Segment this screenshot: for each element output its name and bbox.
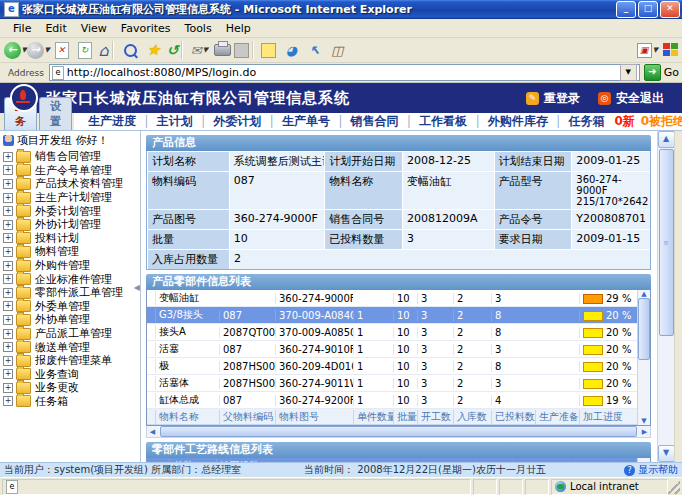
field-value: 3	[402, 230, 494, 249]
sidebar-item-19[interactable]: +任务箱	[0, 395, 140, 409]
scroll-up-icon[interactable]: ▲	[639, 290, 650, 298]
home-button[interactable]: ⌂	[96, 40, 119, 61]
favorites-button[interactable]: ★	[142, 40, 165, 61]
dropdown-icon[interactable]: ▼	[203, 46, 208, 54]
expand-plus-icon[interactable]: +	[3, 220, 13, 230]
menu-help[interactable]: Help	[219, 22, 258, 35]
expand-plus-icon[interactable]: +	[3, 179, 13, 189]
expand-plus-icon[interactable]: +	[3, 342, 13, 352]
expand-plus-icon[interactable]: +	[3, 206, 13, 216]
expand-plus-icon[interactable]: +	[3, 261, 13, 271]
maximize-button[interactable]: □	[638, 1, 658, 18]
nav-item-6[interactable]: 工作看板	[415, 113, 471, 130]
expand-plus-icon[interactable]: +	[3, 383, 13, 393]
parts-vertical-scrollbar[interactable]: ▲ ▼	[637, 290, 650, 425]
nav-item-3[interactable]: 外委计划	[209, 113, 265, 130]
refresh-button[interactable]: ↻	[73, 40, 96, 61]
cell: 2	[453, 344, 491, 355]
expand-plus-icon[interactable]: +	[3, 329, 13, 339]
cell: 370-009-A0840	[275, 310, 353, 321]
scroll-thumb[interactable]	[638, 298, 650, 360]
nav-item-5[interactable]: 销售合同	[347, 113, 403, 130]
nav-item-8[interactable]: 任务箱	[564, 113, 608, 130]
parts-row-6[interactable]: 活塞体2087HS002360-274-9011W11032320 %	[147, 375, 638, 392]
notes-button[interactable]	[257, 40, 280, 61]
cell: 3	[417, 361, 453, 372]
nav-item-2[interactable]: 主计划	[153, 113, 197, 130]
address-url[interactable]: http://localhost:8080/MPS/login.do	[67, 66, 620, 79]
show-help-link[interactable]: ? 显示帮助	[624, 463, 678, 477]
edit-icon	[234, 43, 249, 58]
tab-设置[interactable]: 设置	[39, 97, 72, 130]
pdf-button[interactable]: ▣▼	[636, 40, 659, 61]
parts-horizontal-scrollbar[interactable]: ◀ ▶	[146, 426, 651, 438]
messenger-button[interactable]: ◕	[280, 40, 303, 61]
back-button[interactable]: ←▼	[4, 40, 27, 61]
expand-plus-icon[interactable]: +	[3, 233, 13, 243]
menu-favorites[interactable]: Favorites	[114, 22, 178, 35]
scroll-up-icon[interactable]: ▲	[658, 131, 675, 148]
expand-plus-icon[interactable]: +	[3, 369, 13, 379]
scroll-down-icon[interactable]: ▼	[658, 445, 675, 462]
parts-row-3[interactable]: 接头A2087QT002370-009-A085011032820 %	[147, 324, 638, 341]
close-button[interactable]: ✕	[660, 1, 680, 18]
scroll-down-icon[interactable]: ▼	[639, 417, 650, 425]
search-button[interactable]	[119, 40, 142, 61]
expand-plus-icon[interactable]: +	[3, 247, 13, 257]
expand-plus-icon[interactable]: +	[3, 165, 13, 175]
header-cell-物料图号: 物料图号	[275, 410, 353, 424]
go-button[interactable]: ➜ Go	[644, 64, 679, 81]
nav-item-7[interactable]: 外购件库存	[484, 113, 552, 130]
menu-file[interactable]: File	[6, 22, 38, 35]
print-button[interactable]	[211, 40, 234, 61]
page-vertical-scrollbar[interactable]: ▲ ≡ ▼	[657, 131, 674, 462]
nav-item-1[interactable]: 生产进度	[84, 113, 140, 130]
parts-row-2[interactable]: G3/8接头087370-009-A084011032820 %	[147, 307, 638, 324]
stop-button[interactable]: ✕	[50, 40, 73, 61]
parts-row-7[interactable]: 缸体总成087360-274-9200F11032419 %	[147, 392, 638, 409]
parts-row-4[interactable]: 活塞087360-274-9010F11032320 %	[147, 341, 638, 358]
menu-tools[interactable]: Tools	[178, 22, 219, 35]
pointer-button[interactable]: ↖	[303, 40, 326, 61]
go-arrow-icon: ➜	[644, 64, 661, 81]
sidebar-collapse-icon[interactable]: ◀	[134, 283, 140, 292]
field-value: 2008-12-25	[402, 152, 494, 171]
expand-plus-icon[interactable]: +	[3, 193, 13, 203]
cell: 360-209-4D010	[275, 361, 353, 372]
expand-plus-icon[interactable]: +	[3, 301, 13, 311]
research-button[interactable]: ◫	[326, 40, 349, 61]
cell: 4	[491, 395, 535, 406]
parts-row-5[interactable]: 极2087HS002360-209-4D01011032820 %	[147, 358, 638, 375]
folder-icon	[16, 246, 31, 258]
scroll-right-icon[interactable]: ▶	[639, 428, 650, 436]
dropdown-icon[interactable]: ▼	[653, 46, 658, 54]
forward-button[interactable]: →▼	[27, 40, 50, 61]
logout-button[interactable]: ◎ 安全退出	[598, 90, 664, 107]
expand-plus-icon[interactable]: +	[3, 396, 13, 406]
address-dropdown-icon[interactable]: ▼	[620, 64, 637, 81]
route-row-1[interactable]: 1总装按图组装10205300	[147, 458, 638, 462]
scroll-left-icon[interactable]: ◀	[147, 428, 158, 436]
nav-item-4[interactable]: 生产单号	[278, 113, 334, 130]
menu-edit[interactable]: Edit	[38, 22, 73, 35]
field-label: 产品型号	[494, 172, 572, 209]
field-value: 087	[229, 172, 325, 209]
menu-view[interactable]: View	[74, 22, 114, 35]
minimize-button[interactable]: _	[616, 1, 636, 18]
mail-button[interactable]: ✉▼	[188, 40, 211, 61]
expand-plus-icon[interactable]: +	[3, 274, 13, 284]
expand-plus-icon[interactable]: +	[3, 356, 13, 366]
parts-row-1[interactable]: 变幅油缸360-274-9000F1032329 %	[147, 290, 638, 307]
cell: 10	[393, 395, 417, 406]
resize-grip[interactable]	[668, 480, 680, 494]
expand-plus-icon[interactable]: +	[3, 288, 13, 298]
route-vertical-scrollbar[interactable]: ▼	[637, 458, 650, 462]
relogin-button[interactable]: ✎ 重登录	[526, 90, 580, 107]
expand-plus-icon[interactable]: +	[3, 152, 13, 162]
history-button[interactable]: ↺	[165, 40, 188, 61]
expand-plus-icon[interactable]: +	[3, 315, 13, 325]
scroll-thumb[interactable]	[160, 426, 637, 437]
scroll-thumb[interactable]: ≡	[659, 149, 674, 336]
address-field[interactable]: e http://localhost:8080/MPS/login.do ▼	[49, 64, 640, 81]
edit-button[interactable]	[234, 40, 257, 61]
